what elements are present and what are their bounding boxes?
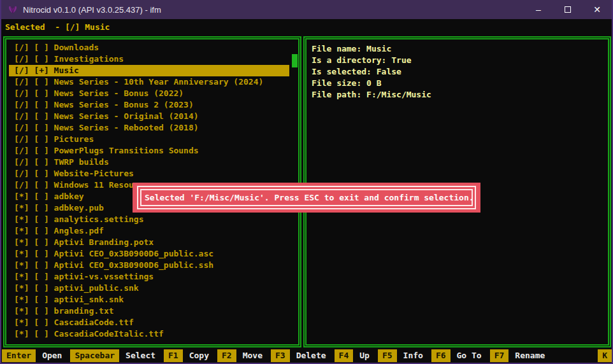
- minimize-button[interactable]: –: [524, 0, 553, 19]
- keybinding-f5[interactable]: F5Info: [378, 349, 423, 362]
- file-row[interactable]: [*] [ ] Aptivi CEO_0x3B0900D6_public.asc: [9, 248, 289, 260]
- keybinding-action: Go To: [457, 350, 482, 361]
- keybinding-f2[interactable]: F2Move: [217, 349, 263, 362]
- titlebar[interactable]: Nitrocid v0.1.0 (API v3.0.25.437) - ifm …: [1, 0, 612, 19]
- file-info-line: Is selected: False: [312, 66, 603, 78]
- file-info-line: File path: F:/Misc/Music: [312, 89, 603, 101]
- keybinding-action: Rename: [515, 350, 545, 361]
- keybinding-f7[interactable]: F7Rename: [490, 349, 545, 362]
- keybinding-key: F3: [271, 349, 290, 362]
- keybinding-action: Delete: [296, 350, 326, 361]
- file-row[interactable]: [/] [ ] Investigations: [9, 53, 289, 65]
- keybinding-key: F7: [490, 349, 509, 362]
- file-row[interactable]: [*] [ ] aptivi-vs.vssettings: [9, 271, 289, 283]
- notification-message: Selected 'F:/Misc/Music'. Press ESC to e…: [145, 192, 474, 204]
- terminal-screen: Selected - [/] Music [/] [ ] Downloads[/…: [1, 19, 612, 363]
- scrollbar-thumb[interactable]: [292, 54, 298, 67]
- file-row[interactable]: [/] [ ] News Series - Bonus (2022): [9, 88, 289, 99]
- keybinding-k[interactable]: K: [598, 349, 612, 362]
- file-row[interactable]: [/] [+] Music: [9, 65, 289, 76]
- file-info-line: Is a directory: True: [312, 55, 603, 66]
- keybinding-action: Info: [403, 350, 423, 361]
- keybinding-action: Open: [42, 350, 62, 361]
- file-row[interactable]: [*] [ ] analytics.settings: [9, 214, 289, 225]
- file-row[interactable]: [*] [ ] branding.txt: [9, 305, 289, 317]
- keybinding-f6[interactable]: F6Go To: [431, 349, 482, 362]
- file-row[interactable]: [*] [ ] CascadiaCode.ttf: [9, 317, 289, 328]
- file-row[interactable]: [/] [ ] News Series - Original (2014): [9, 111, 289, 122]
- keybinding-action: Select: [126, 350, 155, 361]
- keybinding-spacebar[interactable]: SpacebarSelect: [70, 349, 155, 362]
- file-row[interactable]: [*] [ ] Angles.pdf: [9, 225, 289, 237]
- keybinding-action: Copy: [189, 350, 209, 361]
- minimize-icon: –: [536, 4, 541, 15]
- window-title: Nitrocid v0.1.0 (API v3.0.25.437) - ifm: [23, 5, 161, 15]
- file-row[interactable]: [/] [ ] News Series - Rebooted (2018): [9, 122, 289, 134]
- keybinding-key: F4: [335, 349, 354, 362]
- keybinding-f3[interactable]: F3Delete: [271, 349, 326, 362]
- maximize-button[interactable]: [553, 0, 582, 19]
- file-row[interactable]: [/] [ ] News Series - 10th Year Annivers…: [9, 76, 289, 88]
- keybinding-key: F2: [217, 349, 236, 362]
- file-row[interactable]: [*] [ ] CascadiaCodeItalic.ttf: [9, 328, 289, 340]
- file-row[interactable]: [/] [ ] Pictures: [9, 134, 289, 145]
- keybinding-action: Move: [243, 350, 263, 361]
- keybinding-action: Up: [359, 350, 370, 361]
- keybinding-key: Spacebar: [70, 349, 119, 362]
- selection-status: Selected - [/] Music: [5, 22, 110, 33]
- app-icon: [8, 4, 18, 15]
- window-controls: – ✕: [524, 0, 612, 19]
- file-row[interactable]: [*] [ ] aptivi_public.snk: [9, 283, 289, 294]
- maximize-icon: [565, 6, 571, 13]
- file-row[interactable]: [*] [ ] Aptivi CEO_0x3B0900D6_public.ssh: [9, 260, 289, 271]
- notification-popup: Selected 'F:/Misc/Music'. Press ESC to e…: [133, 183, 480, 213]
- file-row[interactable]: [*] [ ] aptivi_snk.snk: [9, 294, 289, 305]
- file-row[interactable]: [/] [ ] TWRP builds: [9, 157, 289, 168]
- file-info-line: File name: Music: [312, 43, 603, 55]
- file-row[interactable]: [/] [ ] Downloads: [9, 42, 289, 53]
- keybinding-key: F5: [378, 349, 397, 362]
- close-button[interactable]: ✕: [582, 0, 612, 19]
- notification-popup-border: Selected 'F:/Misc/Music'. Press ESC to e…: [137, 186, 476, 209]
- file-row[interactable]: [*] [ ] Aptivi Branding.potx: [9, 237, 289, 248]
- keybinding-key: F1: [164, 349, 183, 362]
- app-window: Nitrocid v0.1.0 (API v3.0.25.437) - ifm …: [0, 0, 613, 364]
- close-icon: ✕: [593, 4, 601, 15]
- file-row[interactable]: [/] [ ] News Series - Bonus 2 (2023): [9, 99, 289, 111]
- file-row[interactable]: [/] [ ] Website-Pictures: [9, 168, 289, 179]
- keybinding-enter[interactable]: EnterOpen: [2, 349, 62, 362]
- keybinding-key: Enter: [2, 349, 36, 362]
- keybinding-f4[interactable]: F4Up: [335, 349, 370, 362]
- keybinding-f1[interactable]: F1Copy: [164, 349, 209, 362]
- keybindings-bar: EnterOpenSpacebarSelectF1CopyF2MoveF3Del…: [1, 349, 612, 363]
- keybinding-key: K: [598, 349, 612, 362]
- file-info-line: File size: 0 B: [312, 78, 603, 89]
- keybinding-key: F6: [431, 349, 451, 362]
- file-row[interactable]: [/] [ ] PowerPlugs Transitions Sounds: [9, 145, 289, 157]
